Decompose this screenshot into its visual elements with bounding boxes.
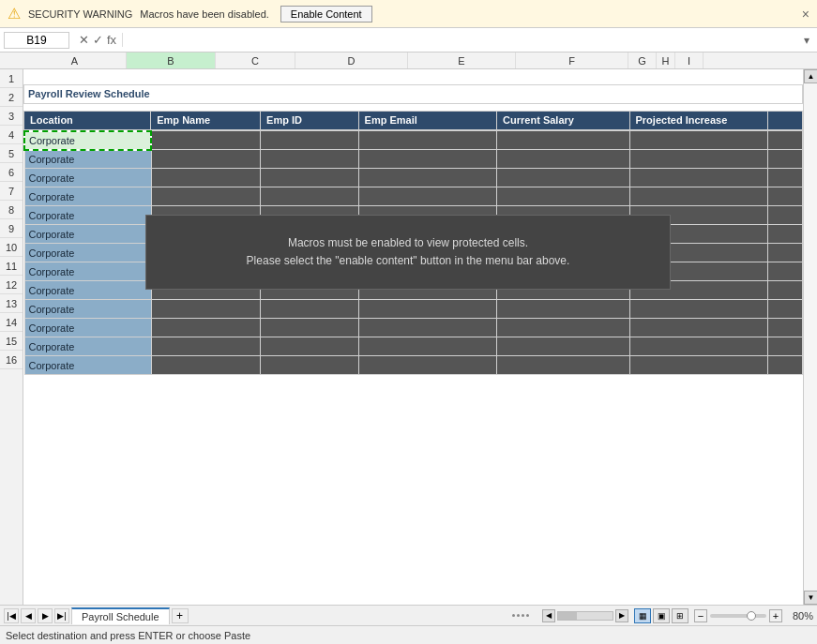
row-num-5[interactable]: 5 [0,144,23,163]
hscroll-left[interactable]: ◀ [542,609,555,622]
data-cell-name[interactable] [151,169,261,187]
col-header-h[interactable]: H [657,52,675,68]
row-num-16[interactable]: 16 [0,351,23,369]
row-num-7[interactable]: 7 [0,182,23,201]
data-cell-email[interactable] [358,300,496,319]
row-num-14[interactable]: 14 [0,313,23,332]
data-cell-increase[interactable] [629,169,767,187]
location-cell[interactable]: Corporate [24,206,151,225]
data-cell-increase[interactable] [629,337,767,356]
col-header-c[interactable]: C [216,52,295,68]
zoom-slider[interactable]: − + 80% [694,609,813,622]
data-cell-emp_id[interactable] [261,150,358,169]
data-cell-increase[interactable] [629,150,767,169]
location-cell[interactable]: Corporate [24,356,151,375]
row-num-4[interactable]: 4 [0,126,23,144]
location-cell[interactable]: Corporate [24,262,151,281]
zoom-plus-button[interactable]: + [769,609,782,622]
data-cell-increase[interactable] [629,356,767,375]
data-cell-name[interactable] [151,337,261,356]
data-cell-email[interactable] [358,356,496,375]
col-header-e[interactable]: E [408,52,516,68]
formula-input[interactable] [123,33,800,48]
row-num-9[interactable]: 9 [0,219,23,238]
row-num-8[interactable]: 8 [0,201,23,219]
row-num-2[interactable]: 2 [0,88,23,107]
row-num-15[interactable]: 15 [0,332,23,351]
location-cell[interactable]: Corporate [24,187,151,206]
col-header-a[interactable]: A [23,52,127,68]
sheet-nav-next[interactable]: ▶ [38,608,53,623]
data-cell-email[interactable] [358,187,496,206]
data-cell-emp_id[interactable] [261,131,358,150]
col-header-d[interactable]: D [295,52,408,68]
zoom-minus-button[interactable]: − [694,609,707,622]
data-cell-name[interactable] [151,187,261,206]
row-num-12[interactable]: 12 [0,276,23,294]
data-cell-salary[interactable] [497,187,629,206]
location-cell[interactable]: Corporate [24,169,151,187]
data-cell-name[interactable] [151,356,261,375]
location-cell[interactable]: Corporate [24,150,151,169]
page-break-button[interactable]: ⊞ [672,608,688,623]
row-num-11[interactable]: 11 [0,257,23,276]
col-header-b[interactable]: B [127,52,216,68]
zoom-track[interactable] [710,614,766,618]
dots-menu[interactable] [512,614,529,617]
data-cell-emp_id[interactable] [261,300,358,319]
location-cell[interactable]: Corporate [24,337,151,356]
row-num-3[interactable]: 3 [0,107,23,126]
row-num-6[interactable]: 6 [0,163,23,182]
data-cell-increase[interactable] [629,319,767,337]
location-cell[interactable]: Corporate [24,281,151,300]
data-cell-increase[interactable] [629,300,767,319]
col-header-f[interactable]: F [516,52,628,68]
cell-reference-box[interactable] [4,32,69,49]
col-header-i[interactable]: I [675,52,704,68]
data-cell-email[interactable] [358,169,496,187]
data-cell-increase[interactable] [629,187,767,206]
data-cell-email[interactable] [358,337,496,356]
hscroll-track[interactable] [557,611,613,621]
data-cell-emp_id[interactable] [261,337,358,356]
sheet-nav-last[interactable]: ▶| [54,608,69,623]
horizontal-scrollbar[interactable]: ◀ ▶ [542,609,628,622]
data-cell-email[interactable] [358,131,496,150]
confirm-icon[interactable]: ✓ [93,33,103,47]
data-cell-name[interactable] [151,300,261,319]
data-cell-emp_id[interactable] [261,319,358,337]
zoom-thumb[interactable] [747,611,756,621]
location-cell[interactable]: Corporate [24,244,151,262]
cancel-icon[interactable]: ✕ [79,33,89,47]
data-cell-salary[interactable] [497,150,629,169]
hscroll-right[interactable]: ▶ [615,609,628,622]
data-cell-salary[interactable] [497,300,629,319]
data-cell-email[interactable] [358,150,496,169]
scroll-up-button[interactable]: ▲ [804,69,817,83]
data-cell-salary[interactable] [497,169,629,187]
enable-content-button[interactable]: Enable Content [280,6,372,22]
data-cell-salary[interactable] [497,131,629,150]
row-num-10[interactable]: 10 [0,238,23,257]
location-cell[interactable]: Corporate [24,131,151,150]
security-close-button[interactable]: × [802,7,809,22]
scroll-track[interactable] [804,83,817,591]
data-cell-name[interactable] [151,131,261,150]
location-cell[interactable]: Corporate [24,300,151,319]
hscroll-thumb[interactable] [558,612,577,620]
data-cell-salary[interactable] [497,356,629,375]
data-cell-salary[interactable] [497,337,629,356]
location-cell[interactable]: Corporate [24,225,151,244]
add-sheet-button[interactable]: + [172,608,189,623]
data-cell-emp_id[interactable] [261,356,358,375]
row-num-1[interactable]: 1 [0,69,23,88]
sheet-tab-payroll[interactable]: Payroll Schedule [71,607,170,624]
sheet-nav-prev[interactable]: ◀ [21,608,36,623]
data-cell-increase[interactable] [629,131,767,150]
data-cell-emp_id[interactable] [261,187,358,206]
page-layout-button[interactable]: ▣ [653,608,670,623]
normal-view-button[interactable]: ▦ [634,608,651,623]
fx-icon[interactable]: fx [107,33,116,47]
location-cell[interactable]: Corporate [24,319,151,337]
data-cell-salary[interactable] [497,319,629,337]
